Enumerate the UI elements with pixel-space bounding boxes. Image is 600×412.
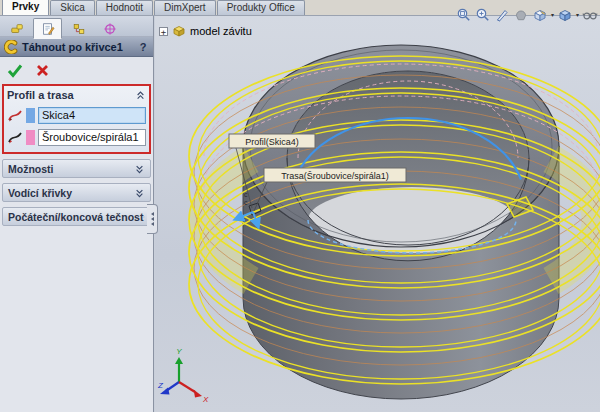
tab-produkty-office[interactable]: Produkty Office <box>217 0 305 15</box>
section-moznosti[interactable]: Možnosti <box>2 159 151 178</box>
previous-view-icon[interactable] <box>494 7 510 23</box>
group-header-profil-a-trasa[interactable]: Profil a trasa <box>7 88 146 102</box>
group-title: Profil a trasa <box>7 89 74 101</box>
collapse-arrow-icon <box>151 222 154 226</box>
feature-manager-icon <box>10 22 24 36</box>
tree-expander[interactable]: + <box>159 27 168 36</box>
graphics-area[interactable]: c c Profil(Skica4) Trasa(Šroubovice/spir… <box>155 16 600 412</box>
section-pocatecni-koncova-tecnost[interactable]: Počáteční/koncová tečnost <box>2 207 151 226</box>
dimxpert-manager-tab[interactable] <box>95 18 124 39</box>
section-title: Počáteční/koncová tečnost <box>8 211 143 223</box>
section-view-icon[interactable] <box>513 7 529 23</box>
relation-mark: c <box>244 199 248 206</box>
section-vodici-krivky[interactable]: Vodící křivky <box>2 183 151 202</box>
display-style-dropdown-icon[interactable]: ▾ <box>576 7 579 23</box>
cancel-button[interactable] <box>36 64 49 77</box>
chevron-down-double-icon <box>143 212 145 222</box>
configuration-manager-tab[interactable] <box>64 18 93 39</box>
display-style-icon[interactable] <box>557 7 573 23</box>
view-orientation-icon[interactable] <box>532 7 548 23</box>
collapse-arrow-icon <box>151 212 154 216</box>
feature-title: Táhnout po křivce1 <box>22 41 133 53</box>
panel-splitter-handle[interactable] <box>147 204 158 234</box>
section-title: Možnosti <box>8 163 54 175</box>
path-sketch-icon <box>7 130 23 146</box>
flyout-feature-tree: + model závitu <box>159 24 252 38</box>
property-manager-icon <box>41 22 55 36</box>
profile-and-path-group: Profil a trasa Skica4 <box>2 84 151 154</box>
zoom-to-area-icon[interactable] <box>475 7 491 23</box>
tree-root-label[interactable]: model závitu <box>190 25 252 37</box>
tab-hodnotit[interactable]: Hodnotit <box>96 0 153 15</box>
chevron-down-double-icon <box>134 188 145 198</box>
solidworks-window: Prvky Skica Hodnotit DimXpert Produkty O… <box>0 0 600 412</box>
profile-selection-field[interactable]: Skica4 <box>38 107 146 124</box>
ring-model[interactable] <box>243 45 559 399</box>
chevron-down-double-icon <box>134 164 145 174</box>
zoom-to-fit-icon[interactable] <box>456 7 472 23</box>
tab-skica[interactable]: Skica <box>50 0 94 15</box>
ok-button[interactable] <box>7 63 23 78</box>
y-axis-label: Y <box>176 347 182 356</box>
tab-prvky[interactable]: Prvky <box>2 0 49 15</box>
confirm-row <box>0 57 153 82</box>
sweep-icon <box>4 40 18 54</box>
model-viewport[interactable]: c c Profil(Skica4) Trasa(Šroubovice/spir… <box>155 16 600 412</box>
view-orientation-dropdown-icon[interactable]: ▾ <box>551 7 554 23</box>
dimxpert-manager-icon <box>103 22 117 36</box>
path-callout[interactable]: Trasa(Šroubovice/spirála1) <box>264 168 406 182</box>
property-manager-tab[interactable] <box>33 18 62 39</box>
property-manager-header: Táhnout po křivce1 ? <box>0 37 153 57</box>
profile-color-swatch <box>26 108 35 123</box>
profile-sketch-icon <box>7 108 23 124</box>
profile-selection-row: Skica4 <box>7 107 146 124</box>
tab-dimxpert[interactable]: DimXpert <box>154 0 216 15</box>
hide-show-items-icon[interactable] <box>582 7 598 23</box>
path-callout-label: Trasa(Šroubovice/spirála1) <box>281 171 389 181</box>
help-button[interactable]: ? <box>137 41 149 53</box>
path-selection-field[interactable]: Šroubovice/spirála1 <box>38 129 146 146</box>
manager-tab-strip <box>0 16 153 37</box>
x-axis-label: X <box>202 395 209 404</box>
part-icon <box>172 24 186 38</box>
collapse-arrow-icon <box>151 217 154 221</box>
feature-manager-tab[interactable] <box>2 18 31 39</box>
configuration-manager-icon <box>72 22 86 36</box>
chevron-up-double-icon <box>135 90 146 100</box>
property-manager-panel: Táhnout po křivce1 ? Profil a trasa <box>0 16 154 412</box>
section-title: Vodící křivky <box>8 187 72 199</box>
headsup-toolbar: ▾ ▾ <box>456 7 598 23</box>
profile-callout[interactable]: Profil(Skica4) <box>229 134 315 148</box>
profile-callout-label: Profil(Skica4) <box>245 137 299 147</box>
path-color-swatch <box>26 130 35 145</box>
path-selection-row: Šroubovice/spirála1 <box>7 129 146 146</box>
